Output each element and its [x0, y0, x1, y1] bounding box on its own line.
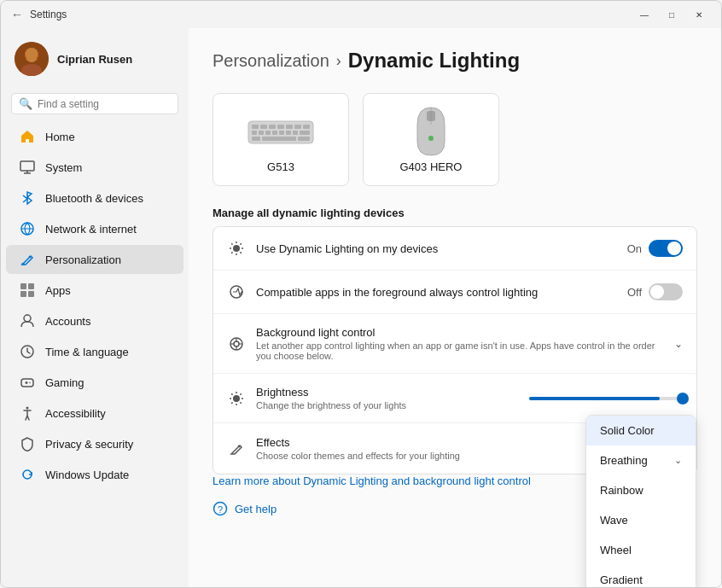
svg-point-13 [24, 315, 31, 322]
settings-window: ← Settings — □ ✕ [0, 0, 722, 588]
sidebar-label-accounts: Accounts [45, 315, 90, 328]
dropdown-item-breathing[interactable]: Breathing ⌄ [586, 445, 696, 475]
setting-desc-background-light: Let another app control lighting when an… [256, 341, 664, 361]
personalization-icon [20, 252, 35, 267]
setting-row-dynamic-lighting[interactable]: Use Dynamic Lighting on my devices On [213, 227, 696, 271]
svg-rect-10 [28, 283, 34, 289]
setting-row-background-light[interactable]: Background light control Let another app… [213, 314, 696, 374]
setting-desc-brightness: Change the brightness of your lights [256, 400, 464, 410]
dropdown-item-rainbow[interactable]: Rainbow [586, 475, 696, 505]
minimize-button[interactable]: — [632, 6, 656, 23]
maximize-button[interactable]: □ [660, 6, 684, 23]
setting-row-compatible-apps[interactable]: Compatible apps in the foreground always… [213, 271, 696, 314]
dropdown-item-solid-color[interactable]: Solid Color [586, 416, 696, 445]
svg-rect-36 [252, 137, 260, 141]
sidebar-label-time: Time & language [45, 346, 129, 358]
setting-text-brightness: Brightness Change the brightness of your… [256, 386, 464, 410]
breadcrumb-parent: Personalization [213, 51, 329, 71]
svg-line-49 [240, 243, 241, 244]
svg-point-3 [26, 48, 38, 60]
toggle-value-dynamic-lighting: On [627, 242, 642, 255]
svg-rect-22 [260, 125, 267, 129]
sidebar-item-update[interactable]: Windows Update [6, 460, 183, 489]
svg-rect-29 [259, 131, 264, 135]
sidebar-label-bluetooth: Bluetooth & devices [45, 192, 143, 205]
setting-label-compatible-apps: Compatible apps in the foreground always… [256, 286, 617, 299]
toggle-compatible-apps[interactable] [649, 283, 683, 300]
sidebar-item-apps[interactable]: Apps [6, 276, 183, 305]
dynamic-lighting-icon [227, 239, 246, 258]
search-input[interactable] [38, 98, 171, 110]
user-name: Ciprian Rusen [57, 53, 132, 66]
dropdown-item-gradient[interactable]: Gradient [586, 565, 696, 587]
svg-line-47 [231, 243, 232, 244]
close-button[interactable]: ✕ [687, 6, 711, 23]
setting-row-effects[interactable]: Effects Choose color themes and effects … [213, 423, 696, 474]
home-icon [20, 129, 35, 144]
user-profile[interactable]: Ciprian Rusen [1, 35, 189, 90]
sidebar-item-network[interactable]: Network & internet [6, 214, 183, 243]
gaming-icon [20, 375, 35, 390]
device-card-g403[interactable]: G403 HERO [363, 93, 499, 186]
search-box[interactable]: 🔍 [11, 93, 178, 114]
sidebar-item-home[interactable]: Home [6, 122, 183, 151]
toggle-knob-compatible-apps [650, 285, 664, 299]
device-name-g513: G513 [267, 160, 294, 173]
sidebar-item-accounts[interactable]: Accounts [6, 306, 183, 335]
get-help-label: Get help [235, 503, 277, 515]
sidebar-item-personalization[interactable]: Personalization [6, 245, 183, 274]
breadcrumb-separator: › [336, 52, 341, 70]
svg-line-66 [231, 402, 232, 403]
main-content: Personalization › Dynamic Lighting [189, 28, 721, 587]
sidebar-label-home: Home [45, 131, 75, 143]
avatar [15, 42, 49, 76]
dropdown-label-breathing: Breathing [600, 454, 648, 467]
dropdown-item-wheel[interactable]: Wheel [586, 535, 696, 565]
sidebar-label-network: Network & internet [45, 223, 137, 236]
svg-rect-33 [286, 131, 291, 135]
svg-line-63 [231, 393, 232, 394]
brightness-slider-track[interactable] [529, 397, 683, 400]
privacy-icon [20, 436, 35, 451]
chevron-background-light: ⌄ [674, 338, 683, 350]
svg-rect-37 [262, 137, 296, 141]
svg-rect-30 [265, 131, 271, 135]
compatible-apps-icon [227, 282, 246, 301]
toggle-dynamic-lighting[interactable] [649, 240, 683, 257]
brightness-slider-container[interactable] [475, 397, 683, 400]
toggle-value-compatible-apps: Off [627, 286, 642, 299]
device-card-g513[interactable]: G513 [213, 93, 349, 186]
svg-rect-35 [300, 131, 310, 135]
sidebar-item-gaming[interactable]: Gaming [6, 368, 183, 397]
sidebar-label-system: System [45, 161, 82, 174]
device-name-g403: G403 HERO [400, 160, 463, 173]
setting-control-background-light: ⌄ [674, 338, 683, 350]
effects-dropdown-menu[interactable]: Solid Color Breathing ⌄ Rainbow Wave Whe… [585, 415, 696, 587]
dropdown-item-wave[interactable]: Wave [586, 505, 696, 535]
learn-more-link[interactable]: Learn more about Dynamic Lighting and ba… [213, 474, 531, 487]
setting-text-background-light: Background light control Let another app… [256, 326, 664, 361]
brightness-slider-thumb[interactable] [677, 393, 689, 405]
svg-rect-24 [277, 125, 284, 129]
help-icon: ? [213, 501, 228, 516]
dropdown-chevron-breathing: ⌄ [674, 455, 682, 466]
breadcrumb: Personalization › Dynamic Lighting [213, 49, 697, 73]
svg-rect-11 [20, 291, 26, 297]
background-light-icon [227, 335, 246, 353]
update-icon [20, 467, 35, 482]
setting-text-compatible-apps: Compatible apps in the foreground always… [256, 286, 617, 299]
sidebar-item-privacy[interactable]: Privacy & security [6, 429, 183, 458]
sidebar-item-accessibility[interactable]: Accessibility [6, 399, 183, 428]
sidebar-label-personalization: Personalization [45, 253, 121, 266]
back-icon[interactable]: ← [11, 8, 23, 21]
sidebar-item-system[interactable]: System [6, 153, 183, 182]
sidebar-item-bluetooth[interactable]: Bluetooth & devices [6, 183, 183, 212]
svg-line-64 [240, 402, 241, 403]
sidebar-item-time[interactable]: Time & language [6, 337, 183, 366]
svg-line-48 [240, 252, 241, 253]
svg-point-53 [234, 341, 239, 346]
device-cards: G513 G403 HERO [213, 93, 697, 186]
title-bar-left: ← Settings [11, 8, 67, 21]
bluetooth-icon [20, 190, 35, 206]
accessibility-icon [20, 405, 35, 421]
